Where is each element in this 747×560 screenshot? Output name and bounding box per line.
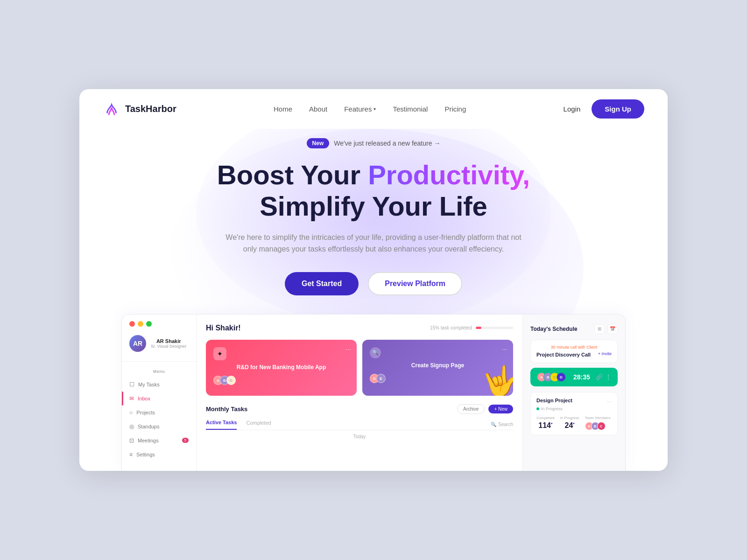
new-badge-text: We've just released a new feature → xyxy=(334,140,440,147)
event-card: 30 minute call with Client Project Disco… xyxy=(530,340,618,363)
project-dots[interactable]: ... xyxy=(607,397,612,404)
archive-button[interactable]: Archive xyxy=(457,404,485,414)
stat-inprogress-value: 24• xyxy=(560,421,579,430)
task-search[interactable]: 🔍 Search xyxy=(491,422,513,427)
nav-features[interactable]: Features ▾ xyxy=(344,105,376,113)
task-progress: 15% task completed xyxy=(430,325,513,330)
brand-name: TaskHarbor xyxy=(125,104,176,114)
preview-platform-button[interactable]: Preview Platform xyxy=(368,272,462,295)
event-tag: 30 minute call with Client xyxy=(536,345,612,350)
signup-button[interactable]: Sign Up xyxy=(592,99,644,119)
sidebar-item-mytasks[interactable]: ☐ My Tasks xyxy=(122,378,196,392)
stat-completed-value: 114• xyxy=(536,421,555,430)
task-card-signup[interactable]: 🔍 ··· Create Signup Page D E 🤟 xyxy=(362,340,513,396)
sidebar-user-name: AR Shakir xyxy=(151,338,186,344)
calendar-icon[interactable]: 📅 xyxy=(607,324,618,334)
schedule-header: Today's Schedule ⊞ 📅 xyxy=(530,324,618,334)
stat-team-label: Team members xyxy=(585,416,611,420)
mini-avatar-5: E xyxy=(376,374,386,383)
nav-testimonial[interactable]: Testimonial xyxy=(393,105,428,113)
logo-icon xyxy=(103,100,120,118)
stat-avatar-3: C xyxy=(597,422,606,430)
task-cards: ✦ ··· R&D for New Banking Mobile App A B… xyxy=(206,340,513,396)
project-header: Design Project ... xyxy=(536,397,612,404)
project-stats: Completed 114• In Progress 24• xyxy=(536,416,612,430)
card-dots-2[interactable]: ··· xyxy=(502,345,507,353)
sidebar-profile: AR AR Shakir Sr. Visual Designer xyxy=(122,335,196,362)
tab-completed[interactable]: Completed xyxy=(246,420,271,429)
timer-display: 28:35 xyxy=(573,373,590,381)
card-dots[interactable]: ··· xyxy=(345,345,351,353)
invite-button[interactable]: + Invite xyxy=(598,351,612,356)
dashboard-header: Hi Shakir! 15% task completed xyxy=(206,324,513,332)
login-button[interactable]: Login xyxy=(564,105,581,113)
card-title-banking: R&D for New Banking Mobile App xyxy=(213,364,349,371)
grid-icon[interactable]: ⊞ xyxy=(594,324,605,334)
sidebar-item-settings[interactable]: ≡ Settings xyxy=(122,448,196,462)
sidebar-item-standups[interactable]: ◎ Standups xyxy=(122,420,196,434)
chevron-down-icon: ▾ xyxy=(374,106,376,112)
project-title: Design Project xyxy=(536,398,572,403)
progress-bar-bg xyxy=(476,327,513,329)
timer-card: A B C D 28:35 🔗 ⋮ xyxy=(530,368,618,386)
window-maximize-button[interactable] xyxy=(146,321,152,327)
sidebar-item-meetings[interactable]: ⊡ Meetings 5 xyxy=(122,434,196,448)
sidebar-item-projects[interactable]: ○ Projects xyxy=(122,406,196,420)
projects-icon: ○ xyxy=(129,409,133,416)
inbox-icon: ✉ xyxy=(129,395,134,402)
window-close-button[interactable] xyxy=(129,321,135,327)
search-icon-sm: 🔍 xyxy=(491,422,496,427)
monthly-tasks-header: Monthly Tasks Archive + New xyxy=(206,404,513,414)
standups-icon: ◎ xyxy=(129,423,134,430)
nav-pricing[interactable]: Pricing xyxy=(444,105,466,113)
project-card: Design Project ... In Progress Completed… xyxy=(530,392,618,435)
card-icon-star: ✦ xyxy=(213,347,226,360)
hero-blob xyxy=(196,129,551,325)
progress-bar-fill xyxy=(476,327,481,329)
link-icon[interactable]: 🔗 xyxy=(596,374,603,380)
card-avatars: A B C xyxy=(213,376,349,385)
hero-section: New We've just released a new feature → … xyxy=(79,129,668,471)
sidebar-menu-label: Menu xyxy=(122,369,196,374)
hero-title-part1: Boost Your xyxy=(217,160,368,190)
task-actions: Archive + New xyxy=(457,404,513,414)
page-wrapper: TaskHarbor Home About Features ▾ Testimo… xyxy=(79,89,668,471)
search-label: Search xyxy=(498,422,513,427)
avatar: AR xyxy=(129,335,146,352)
timer-actions: 🔗 ⋮ xyxy=(596,374,611,380)
window-minimize-button[interactable] xyxy=(138,321,143,327)
checkbox-icon: ☐ xyxy=(129,381,134,388)
timer-avatar-4: D xyxy=(557,372,566,382)
task-card-banking[interactable]: ✦ ··· R&D for New Banking Mobile App A B… xyxy=(206,340,357,396)
today-label: Today xyxy=(206,434,513,439)
dashboard-greeting: Hi Shakir! xyxy=(206,324,241,332)
window-chrome xyxy=(129,321,152,327)
schedule-icons: ⊞ 📅 xyxy=(594,324,618,334)
project-status-label: In Progress xyxy=(541,406,563,411)
project-status: In Progress xyxy=(536,406,612,411)
nav-home[interactable]: Home xyxy=(274,105,292,113)
stat-inprogress-label: In Progress xyxy=(560,416,579,420)
tab-active-tasks[interactable]: Active Tasks xyxy=(206,420,237,430)
event-header-row: Project Discovery Call + Invite xyxy=(536,351,612,358)
nav-about[interactable]: About xyxy=(309,105,327,113)
stat-completed: Completed 114• xyxy=(536,416,555,430)
event-title: Project Discovery Call xyxy=(536,351,591,358)
nav-actions: Login Sign Up xyxy=(564,99,644,119)
settings-icon: ≡ xyxy=(129,451,133,458)
sidebar-item-inbox[interactable]: ✉ Inbox xyxy=(122,392,196,406)
hero-title-part2: Simplify Your Life xyxy=(260,191,487,221)
dashboard-main: Hi Shakir! 15% task completed ✦ ··· R&D … xyxy=(197,315,522,471)
hero-title: Boost Your Productivity, Simplify Your L… xyxy=(103,160,644,222)
new-task-button[interactable]: + New xyxy=(488,405,513,413)
stat-avatars: A B C xyxy=(585,422,611,430)
more-icon[interactable]: ⋮ xyxy=(606,374,611,380)
dashboard-sidebar: AR AR Shakir Sr. Visual Designer Menu ☐ … xyxy=(122,315,197,471)
get-started-button[interactable]: Get Started xyxy=(285,272,359,295)
meetings-badge: 5 xyxy=(182,438,189,443)
schedule-title: Today's Schedule xyxy=(530,326,578,332)
meetings-icon: ⊡ xyxy=(129,437,134,444)
status-dot xyxy=(536,407,539,410)
hero-title-gradient: Productivity, xyxy=(368,160,530,190)
stat-inprogress: In Progress 24• xyxy=(560,416,579,430)
